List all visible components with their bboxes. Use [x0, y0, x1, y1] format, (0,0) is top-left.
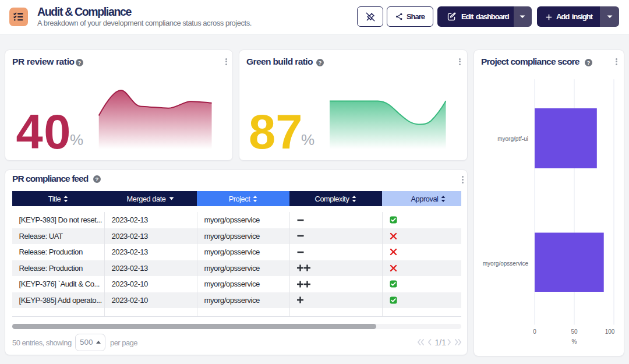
svg-text:%: %	[572, 338, 577, 345]
svg-text:myorg/opsservice: myorg/opsservice	[483, 260, 529, 266]
svg-text:0: 0	[533, 328, 536, 335]
svg-text:50: 50	[571, 328, 578, 335]
svg-text:myorg/ptf-ui: myorg/ptf-ui	[497, 136, 528, 142]
svg-text:100: 100	[605, 328, 615, 335]
